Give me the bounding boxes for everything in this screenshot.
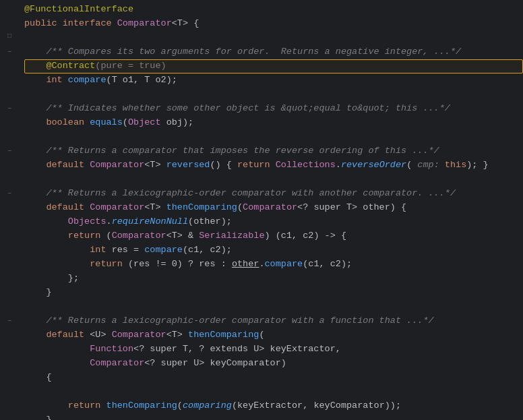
- code-line: Objects.requireNonNull(other);: [0, 215, 523, 229]
- code-line: − /** Returns a comparator that imposes …: [0, 144, 523, 158]
- code-line: Comparator<? super U> keyComparator): [0, 357, 523, 371]
- line-content: boolean equals(Object obj);: [19, 116, 518, 130]
- line-content: default Comparator<T> thenComparing(Comp…: [19, 201, 518, 215]
- line-gutter: −: [0, 316, 19, 327]
- code-line: {: [0, 371, 523, 385]
- line-content: return (res != 0) ? res : other.compare(…: [19, 258, 518, 272]
- line-content: default <U> Comparator<T> thenComparing(: [19, 328, 518, 342]
- line-content: /** Returns a lexicographic-order compar…: [19, 314, 518, 328]
- code-line: }: [0, 286, 523, 300]
- line-gutter: −: [0, 47, 19, 58]
- line-content: /** Returns a lexicographic-order compar…: [19, 187, 518, 201]
- code-line: boolean equals(Object obj);: [0, 116, 523, 130]
- code-line: − /** Indicates whether some other objec…: [0, 102, 523, 116]
- line-gutter: □: [0, 31, 19, 42]
- line-content: };: [19, 272, 518, 286]
- line-content: @FunctionalInterface: [19, 3, 518, 17]
- line-gutter: −: [0, 104, 19, 115]
- line-content: {: [19, 371, 518, 385]
- line-content: }: [19, 413, 518, 420]
- code-line: default Comparator<T> reversed() { retur…: [0, 158, 523, 173]
- code-line: @FunctionalInterface: [0, 3, 523, 17]
- code-line-compare: int compare(T o1, T o2);: [0, 73, 523, 88]
- code-line: [0, 385, 523, 399]
- code-line: return (Comparator<T> & Serializable) (c…: [0, 229, 523, 243]
- code-line: [0, 88, 523, 102]
- code-line: return thenComparing(comparing(keyExtrac…: [0, 399, 523, 413]
- line-content: @Contract(pure = true): [19, 59, 518, 73]
- code-line: − /** Returns a lexicographic-order comp…: [0, 187, 523, 201]
- line-content: return thenComparing(comparing(keyExtrac…: [19, 399, 518, 413]
- line-content: default Comparator<T> reversed() { retur…: [19, 158, 518, 173]
- line-content: public interface Comparator<T> {: [19, 17, 518, 31]
- line-content: /** Indicates whether some other object …: [19, 102, 518, 116]
- code-line-contract: @Contract(pure = true): [0, 59, 523, 73]
- line-content: Objects.requireNonNull(other);: [19, 215, 518, 229]
- code-line: − /** Compares its two arguments for ord…: [0, 45, 523, 59]
- code-line: default <U> Comparator<T> thenComparing(: [0, 328, 523, 342]
- code-line: public interface Comparator<T> {: [0, 17, 523, 31]
- code-line: [0, 130, 523, 144]
- code-line: − /** Returns a lexicographic-order comp…: [0, 314, 523, 328]
- code-line: };: [0, 272, 523, 286]
- code-line: [0, 173, 523, 187]
- line-gutter: −: [0, 189, 19, 200]
- line-content: Comparator<? super U> keyComparator): [19, 357, 518, 371]
- code-line: Function<? super T, ? extends U> keyExtr…: [0, 342, 523, 357]
- line-content: /** Compares its two arguments for order…: [19, 45, 518, 59]
- code-line: }: [0, 413, 523, 420]
- line-content: Function<? super T, ? extends U> keyExtr…: [19, 342, 518, 357]
- code-line: [0, 300, 523, 314]
- code-line: default Comparator<T> thenComparing(Comp…: [0, 201, 523, 215]
- line-content: int compare(T o1, T o2);: [19, 73, 518, 88]
- code-line: int res = compare(c1, c2);: [0, 243, 523, 258]
- code-editor: @FunctionalInterface public interface Co…: [0, 0, 523, 420]
- line-content: /** Returns a comparator that imposes th…: [19, 144, 518, 158]
- line-gutter: −: [0, 146, 19, 157]
- code-line: □: [0, 31, 523, 45]
- code-line: return (res != 0) ? res : other.compare(…: [0, 258, 523, 272]
- line-content: return (Comparator<T> & Serializable) (c…: [19, 229, 518, 243]
- line-content: int res = compare(c1, c2);: [19, 243, 518, 258]
- line-content: }: [19, 286, 518, 300]
